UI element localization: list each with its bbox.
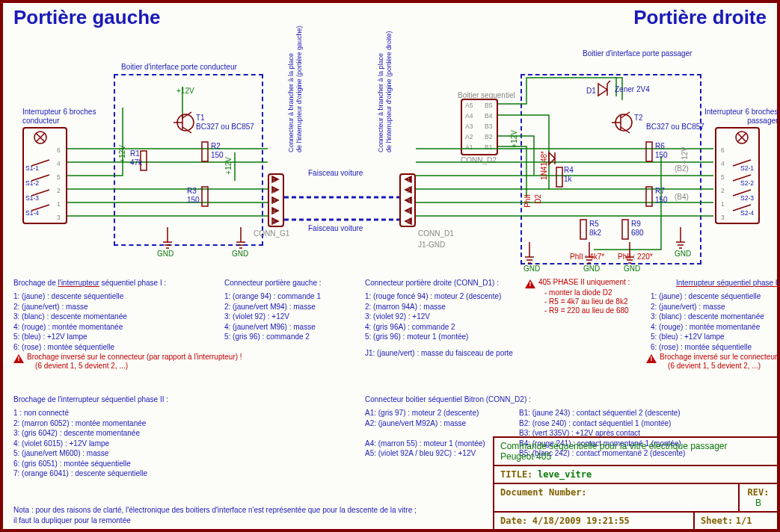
brancher-d-label: Connecteur à brancher à la place de l'in… [377, 18, 393, 152]
pin-b3: B3 [485, 123, 492, 130]
warn-phase2-title: 405 PHASE II uniquement : [538, 278, 630, 287]
d2-label: D2 [534, 194, 543, 204]
s1-1: S1-1 [25, 164, 39, 172]
d2-note: PhII [523, 194, 532, 208]
conn-d2-left: A1: (gris 97) : moteur 2 (descente) A2: … [365, 408, 485, 459]
warn-left: Brochage inversé sur le connecteur (par … [27, 353, 242, 371]
tb-sheet-value: 1/1 [736, 516, 752, 526]
warn-icon-left [13, 354, 24, 363]
s1-2: S1-2 [25, 179, 39, 187]
d1-label: D1 [586, 87, 596, 96]
brancher-g-label: Connecteur à brancher à la place de l'in… [287, 18, 304, 152]
conn-gauche-title: Connecteur portière gauche : [224, 278, 322, 288]
t1-label: T1 [196, 114, 205, 123]
s2-2: S2-2 [740, 179, 754, 187]
titleblock: Commande séquentielle pour la vitre élec… [493, 436, 777, 529]
r6-label: R6 150 [655, 142, 668, 160]
brochage-seq2: 1 : non connecté 2: (marron 6052) : mont… [13, 408, 147, 479]
j1-gnd-label: J1-GND [418, 241, 445, 250]
schematic-sheet: Portière gauche Portière droite Boitier … [0, 0, 780, 532]
r4-label: R4 1k [564, 166, 574, 184]
tb-date-value: 4/18/2009 19:21:55 [532, 516, 630, 526]
tb-title-value: leve_vitre [538, 469, 592, 480]
s1-4: S1-4 [25, 209, 39, 217]
conn-d2-title: Connecteur boitier séquentiel Bitron (CO… [365, 395, 531, 405]
brochage-seq1-right: 1: (jaune) : descente séquentielle 2: (j… [651, 291, 764, 352]
r7-label: R7 150 [655, 187, 668, 205]
conn-gauche: 1: (orange 94) : commande 1 2: (jaune/ve… [224, 291, 321, 342]
warn-icon-right [646, 354, 657, 363]
tb-title-label: TITLE: [500, 469, 532, 480]
tb-desc2: Peugeot 405 [500, 451, 771, 462]
t2-label: T2 [634, 114, 643, 123]
tb-rev-value: B [755, 498, 761, 508]
net-12v-left: +12V [176, 87, 194, 96]
r9-label: R9 680 [631, 220, 644, 238]
net-12v-v4: +12V [681, 146, 690, 164]
warn-icon-phase2 [525, 279, 535, 288]
d1-type: Zener 2V4 [615, 85, 650, 94]
t1-type: BC327 ou BC857 [196, 123, 254, 132]
box-seq-label: Boitier sequentiel [458, 91, 515, 100]
net-12v-v2: +12V [224, 157, 233, 175]
t2-type: BC327 ou BC857 [646, 123, 704, 132]
b2-label: (B2) [675, 164, 689, 173]
conn-droite: 1: (rouge foncé 94) : moteur 2 (descente… [365, 291, 501, 342]
conn-g1-label: CONN_G1 [254, 229, 289, 238]
gnd-r1: GND [523, 265, 540, 273]
box-conducteur-label: Boitier d'interface porte conducteur [121, 63, 237, 72]
gnd-left2: GND [232, 250, 248, 259]
s1-3: S1-3 [25, 194, 39, 202]
conn-interrupteur-left-label: Interrupteur 6 broches conducteur [22, 108, 96, 126]
conn-g1 [268, 173, 284, 227]
net-12v-v1: +12V [118, 145, 127, 163]
tb-date-label: Date: [500, 516, 527, 526]
b4-label: (B4) [675, 193, 689, 202]
warn-right: Brochage inversé sur le connecteur (6 de… [660, 353, 777, 371]
pin-a3: A3 [465, 123, 473, 130]
faisceau-top: Faisceau voiture [308, 169, 363, 178]
net-12v-v3: +12V [510, 130, 519, 148]
s2-1: S2-1 [740, 164, 754, 172]
conn-d2-label: CONN_D2 [461, 156, 497, 165]
tb-desc1: Commande séquentielle pour la vitre élec… [500, 441, 771, 451]
gnd-r2: GND [583, 265, 600, 273]
gnd-left1: GND [157, 250, 173, 259]
d2-type: 1N4148* [540, 151, 549, 180]
r5-label: R5 8k2 [589, 220, 601, 238]
tb-sheet-label: Sheet: [701, 516, 733, 526]
pin-a5: A5 [465, 102, 473, 109]
s2-3: S2-3 [740, 194, 754, 202]
pin-a1: A1 [465, 143, 473, 151]
gnd-r4: GND [675, 250, 691, 259]
r5-note: PhII : 4k7* [570, 253, 604, 262]
interrupteur-right-title: Interrupteur séquentiel phase I : [676, 279, 780, 287]
title-right: Portière droite [633, 6, 767, 29]
brochage-seq1: 1: (jaune) : descente séquentielle 2: (j… [13, 291, 127, 352]
pin-b4: B4 [485, 112, 492, 120]
gnd-r3: GND [624, 265, 640, 273]
tb-docnum-label: Document Number: [500, 487, 587, 498]
tb-rev-label: REV: [748, 487, 770, 498]
conn-droite-title: Connecteur portière droite (CONN_D1) : [365, 278, 499, 288]
warn-phase2-body: - monter la diode D2 - R5 = 4k7 au lieu … [544, 288, 629, 315]
r9-note: PhII : 220* [618, 253, 653, 262]
pin-a2: A2 [465, 133, 473, 140]
r1-label: R1 47k [130, 149, 142, 167]
conn-interrupteur-right-label: Interrupteur 6 broches passager [704, 108, 778, 126]
title-left: Portière gauche [13, 6, 161, 29]
nota: Nota : pour des raisons de clarté, l'éle… [13, 505, 417, 525]
pin-b2: B2 [485, 133, 492, 140]
pin-b5: B5 [485, 102, 492, 109]
brochage-seq2-title: Brochage de l'interrupteur séquentiel ph… [13, 395, 168, 405]
conn-d1-label: CONN_D1 [418, 229, 454, 238]
box-passager-label: Boitier d'interface porte passager [583, 49, 692, 58]
j1-line: J1: (jaune/vert) : masse du faisceau de … [365, 348, 513, 359]
pin-a4: A4 [465, 112, 473, 120]
s2-4: S2-4 [740, 209, 754, 217]
faisceau-bot: Faisceau voiture [308, 224, 363, 233]
pin-b1: B1 [485, 143, 492, 151]
brochage-seq1-title: Brochage de l'interrupteur séquentiel ph… [13, 279, 166, 287]
r3-label: R3 150 [187, 187, 200, 205]
r2-label: R2 150 [211, 142, 224, 160]
